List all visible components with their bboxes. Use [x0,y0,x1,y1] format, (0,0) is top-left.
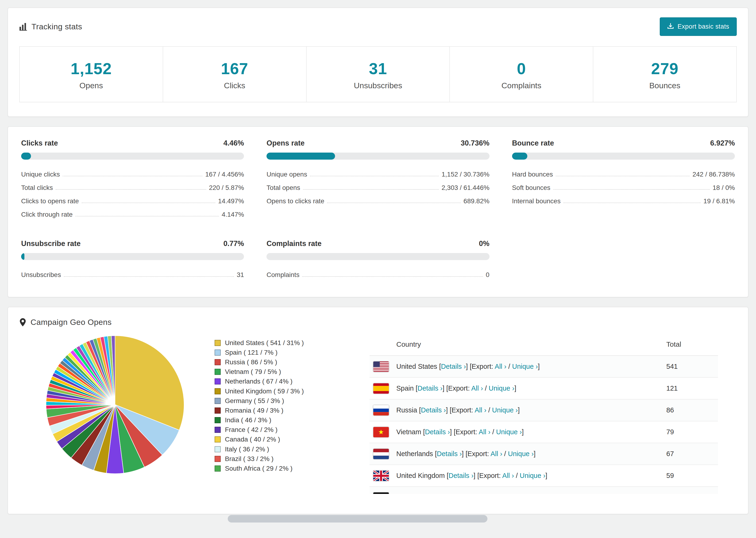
geo-table-row-russia: Russia [Details ›] [Export: All › / Uniq… [369,400,718,421]
detail-value: 220 / 5.87% [209,184,244,193]
legend-label: Russia ( 86 / 5% ) [225,358,277,366]
tracking-stats-header: Tracking stats Export basic stats [19,17,737,36]
export-unique-link[interactable]: Unique › [496,428,522,436]
export-basic-stats-button[interactable]: Export basic stats [660,17,737,36]
details-link[interactable]: Details › [437,450,462,457]
geo-table-header: Country Total [369,334,718,356]
rate-title: Opens rate [266,139,304,147]
flag-vn-icon [373,427,389,437]
total-cell: 79 [666,428,718,436]
details-link[interactable]: Details › [421,406,446,414]
legend-swatch [215,446,221,452]
export-all-link[interactable]: All › [490,450,502,457]
stat-value: 1,152 [20,59,163,78]
campaign-geo-opens-title-text: Campaign Geo Opens [30,318,112,327]
legend-label: Romania ( 49 / 3% ) [225,407,283,414]
rate-percent: 30.736% [460,139,489,147]
rate-rows: Unique opens1,152 / 30.736%Total opens2,… [266,166,489,206]
details-link[interactable]: Details › [425,428,450,436]
total-cell: 86 [666,406,718,414]
export-unique-link[interactable]: Unique › [489,385,514,392]
export-all-link[interactable]: All › [475,406,486,414]
legend-label: United States ( 541 / 31% ) [225,339,304,347]
detail-row-soft-bounces: Soft bounces18 / 0% [512,180,735,193]
legend-swatch [215,388,221,394]
country-cell: Germany [Details ›] [Export: All › / Uni… [396,494,666,494]
dotted-leader [63,176,202,176]
rates-card: Clicks rate4.46%Unique clicks167 / 4.456… [8,126,748,297]
dotted-leader [556,176,689,176]
detail-row-clicks-to-opens-rate: Clicks to opens rate14.497% [21,193,244,206]
total-cell: 67 [666,450,718,458]
rate-head: Complaints rate0% [266,240,489,248]
rate-title: Bounce rate [512,139,554,147]
geo-table-row-netherlands: Netherlands [Details ›] [Export: All › /… [369,443,718,465]
flag-es-icon [373,383,389,394]
tracking-stats-title: Tracking stats [19,22,82,31]
export-all-link[interactable]: All › [479,428,490,436]
legend-swatch [215,369,221,375]
stat-value: 167 [163,59,306,78]
export-unique-link[interactable]: Unique › [499,494,525,494]
stat-label: Unsubscribes [307,81,450,90]
export-unique-link[interactable]: Unique › [512,363,538,370]
detail-row-complaints: Complaints0 [266,267,489,280]
tracking-stats-card: Tracking stats Export basic stats 1,152O… [8,8,748,117]
total-column-header: Total [666,340,718,348]
country-cell: United Kingdom [Details ›] [Export: All … [396,472,666,480]
detail-row-opens-to-clicks-rate: Opens to clicks rate689.82% [266,193,489,206]
detail-row-unique-clicks: Unique clicks167 / 4.456% [21,166,244,180]
tracking-stats-title-text: Tracking stats [31,22,82,31]
detail-value: 31 [237,271,244,280]
geo-table-row-germany: Germany [Details ›] [Export: All › / Uni… [369,487,718,494]
horizontal-scrollbar-thumb[interactable] [228,515,487,522]
legend-item-brazil: Brazil ( 33 / 2% ) [215,454,369,463]
geo-table: Country Total United States [Details ›] … [369,334,718,494]
details-link[interactable]: Details › [417,385,442,392]
detail-label: Total clicks [21,184,53,193]
geo-table-row-united-states: United States [Details ›] [Export: All ›… [369,356,718,378]
country-cell: Vietnam [Details ›] [Export: All › / Uni… [396,428,666,436]
rate-block-complaints-rate: Complaints rate0%Complaints0 [266,240,489,280]
legend-swatch [215,427,221,433]
progress-bar-fill [512,153,527,160]
detail-label: Complaints [266,271,299,280]
legend-swatch [215,436,221,443]
dotted-leader [310,176,439,176]
detail-label: Unique opens [266,171,307,180]
export-unique-link[interactable]: Unique › [508,450,534,457]
detail-row-total-opens: Total opens2,303 / 61.446% [266,180,489,193]
legend-item-netherlands: Netherlands ( 67 / 4% ) [215,377,369,386]
detail-label: Total opens [266,184,300,193]
detail-value: 0 [486,271,490,280]
legend-item-united-kingdom: United Kingdom ( 59 / 3% ) [215,386,369,396]
dotted-leader [56,189,206,190]
campaign-geo-opens-title: Campaign Geo Opens [19,318,737,327]
rate-title: Complaints rate [266,240,321,248]
progress-bar-track [21,153,244,160]
export-all-link[interactable]: All › [502,472,514,479]
legend-swatch [215,378,221,385]
detail-row-internal-bounces: Internal bounces19 / 6.81% [512,193,735,206]
total-cell: 121 [666,385,718,392]
legend-item-russia: Russia ( 86 / 5% ) [215,357,369,367]
export-unique-link[interactable]: Unique › [519,472,545,479]
export-all-link[interactable]: All › [482,494,494,494]
export-all-link[interactable]: All › [495,363,507,370]
details-link[interactable]: Details › [441,363,466,370]
details-link[interactable]: Details › [428,494,453,494]
rate-head: Opens rate30.736% [266,139,489,147]
flag-gb-icon [373,471,389,481]
legend-swatch [215,359,221,365]
legend-item-united-states: United States ( 541 / 31% ) [215,338,369,348]
detail-label: Click through rate [21,211,73,220]
country-cell: Russia [Details ›] [Export: All › / Uniq… [396,406,666,414]
detail-row-unsubscribes: Unsubscribes31 [21,267,244,280]
detail-label: Opens to clicks rate [266,197,324,206]
export-unique-link[interactable]: Unique › [492,406,518,414]
stat-box-complaints: 0Complaints [449,46,593,102]
export-all-link[interactable]: All › [471,385,483,392]
legend-item-spain: Spain ( 121 / 7% ) [215,348,369,357]
details-link[interactable]: Details › [449,472,473,479]
rate-rows: Complaints0 [266,267,489,280]
